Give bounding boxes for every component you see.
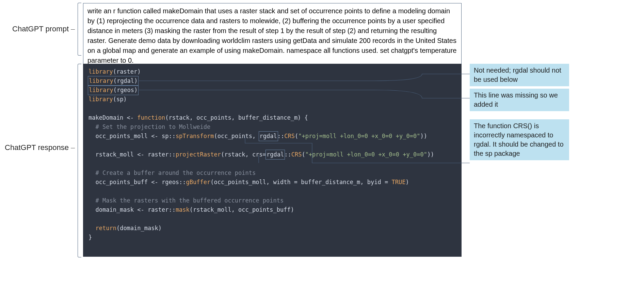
code-token: library xyxy=(89,87,113,93)
label-response-text: ChatGPT response xyxy=(5,143,69,152)
label-prompt-text: ChatGPT prompt xyxy=(12,25,69,33)
code-token: :: xyxy=(284,151,291,158)
code-comment: # Mask the rasters with the buffered occ… xyxy=(88,197,284,204)
code-token: (rstack_moll, occ_points_buff) xyxy=(190,206,294,213)
code-token: (occ_points, xyxy=(214,133,259,139)
code-token: ( xyxy=(295,133,298,139)
code-token: (rgdal) xyxy=(113,77,138,84)
code-comment: # Set the projection to Mollweide xyxy=(88,123,210,130)
code-token: "+proj=moll +lon_0=0 +x_0=0 +y_0=0" xyxy=(305,151,427,158)
label-response: ChatGPT response xyxy=(0,143,75,152)
code-token: domain_mask <- raster:: xyxy=(88,206,176,213)
code-token: ) xyxy=(405,179,409,185)
bracket-response xyxy=(78,64,81,257)
highlight-rgdal-library: library(rgdal) xyxy=(88,76,139,86)
label-dash xyxy=(71,148,75,148)
code-token: rstack_moll <- raster:: xyxy=(88,151,176,158)
code-token: (rgeos) xyxy=(113,87,138,93)
code-token: function xyxy=(137,114,165,121)
code-token: library xyxy=(89,77,113,84)
code-token: (rstack, crs= xyxy=(221,151,266,158)
bracket-prompt xyxy=(78,3,81,56)
code-token: CRS xyxy=(284,133,295,139)
code-token: (domain_mask) xyxy=(116,225,162,231)
annotation-text: Not needed; rgdal should not be used bel… xyxy=(474,66,561,83)
annotation-missing-line: This line was missing so we added it xyxy=(470,89,569,111)
code-token: library xyxy=(88,68,113,75)
code-token: ( xyxy=(302,151,305,158)
code-token: )) xyxy=(427,151,434,158)
code-token: } xyxy=(88,234,92,241)
code-token: rgdal xyxy=(260,133,277,139)
code-token: rgdal xyxy=(267,151,284,158)
prompt-text: write an r function called makeDomain th… xyxy=(87,7,456,64)
code-token: (sp) xyxy=(113,96,127,103)
code-token: gBuffer xyxy=(186,179,211,185)
code-token: )) xyxy=(420,133,427,139)
highlight-rgdal-ns-1: rgdal xyxy=(259,131,278,141)
code-token: TRUE xyxy=(391,179,405,185)
code-token: occ_points_buff <- rgeos:: xyxy=(88,179,186,185)
annotation-not-needed: Not needed; rgdal should not be used bel… xyxy=(470,64,569,86)
code-token: library xyxy=(88,96,113,103)
code-token: projectRaster xyxy=(176,151,221,158)
code-token: "+proj=moll +lon_0=0 +x_0=0 +y_0=0" xyxy=(298,133,420,139)
label-dash xyxy=(71,29,75,30)
code-token: (raster) xyxy=(113,68,141,75)
code-token: :: xyxy=(277,133,284,139)
code-token: (rstack, occ_points, buffer_distance_m) … xyxy=(165,114,308,121)
code-token: mask xyxy=(176,206,190,213)
code-token xyxy=(88,225,95,231)
annotation-text: This line was missing so we added it xyxy=(474,91,558,108)
code-comment: # Create a buffer around the occurrence … xyxy=(88,169,256,176)
code-token: CRS xyxy=(291,151,302,158)
code-token: occ_points_moll <- sp:: xyxy=(88,133,176,139)
prompt-box: write an r function called makeDomain th… xyxy=(83,3,462,69)
code-token: (occ_points_moll, width = buffer_distanc… xyxy=(210,179,391,185)
code-token: spTransform xyxy=(176,133,214,139)
annotation-crs-namespace: The function CRS() is incorrectly namesp… xyxy=(470,119,569,160)
code-token: makeDomain <- xyxy=(88,114,137,121)
annotation-text: The function CRS() is incorrectly namesp… xyxy=(474,122,564,157)
highlight-rgdal-ns-2: rgdal xyxy=(265,150,285,160)
highlight-rgeos-library: library(rgeos) xyxy=(88,85,139,95)
figure-container: ChatGPT prompt ChatGPT response write an… xyxy=(0,0,644,284)
code-block: library(raster) library(rgdal) library(r… xyxy=(83,64,462,257)
label-prompt: ChatGPT prompt xyxy=(0,25,75,33)
code-token: return xyxy=(95,225,116,231)
